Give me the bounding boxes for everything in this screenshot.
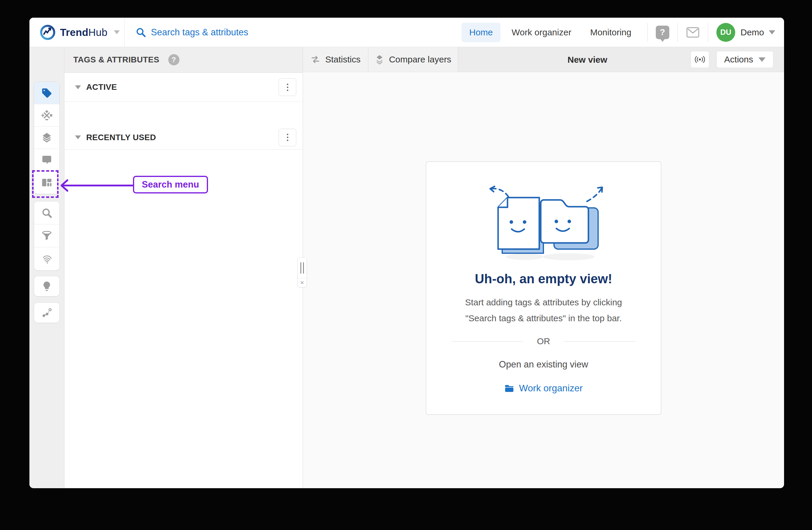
trendhub-logo-icon (40, 24, 56, 41)
empty-state-heading: Uh-oh, an empty view! (426, 271, 661, 286)
rail-connections-button[interactable] (34, 303, 59, 323)
tags-attributes-panel: TAGS & ATTRIBUTES ? ACTIVE RECENTLY USED (64, 47, 303, 488)
rail-tags-button[interactable] (34, 82, 59, 104)
section-active[interactable]: ACTIVE (64, 73, 303, 102)
logo-text-light: Hub (88, 27, 107, 38)
user-menu-caret-icon[interactable] (769, 30, 775, 34)
search-icon (136, 27, 146, 38)
toolbar-actions: Actions (691, 47, 784, 72)
actions-label: Actions (724, 55, 753, 65)
swap-arrows-icon (310, 55, 320, 65)
lightbulb-icon (41, 281, 52, 292)
or-text: OR (537, 336, 550, 346)
open-existing-text: Open an existing view (426, 359, 661, 370)
global-search[interactable]: Search tags & attributes (125, 27, 458, 38)
panel-help-icon[interactable]: ? (168, 54, 179, 65)
rail-ideas-button[interactable] (34, 276, 59, 296)
comment-icon (41, 155, 52, 166)
network-icon (41, 307, 52, 318)
rail-comments-button[interactable] (34, 149, 59, 171)
tag-icon (41, 87, 52, 99)
drag-grip-icon[interactable] (298, 257, 307, 278)
app-window: TrendHub Search tags & attributes Home W… (29, 18, 784, 488)
filter-icon (41, 230, 52, 241)
fingerprint-icon (41, 253, 52, 264)
section-menu-button[interactable] (279, 78, 296, 96)
divider (678, 23, 678, 42)
section-recently-used[interactable]: RECENTLY USED (64, 125, 303, 150)
panel-resize-handle[interactable]: ✕ (298, 257, 307, 288)
nav-home[interactable]: Home (462, 23, 501, 42)
compare-layers-icon (375, 54, 384, 65)
actions-caret-icon (758, 57, 766, 62)
tab-statistics[interactable]: Statistics (303, 47, 368, 72)
collapse-caret-icon[interactable] (75, 136, 81, 139)
nav-monitoring[interactable]: Monitoring (582, 23, 639, 42)
rail-layers-button[interactable] (34, 127, 59, 149)
empty-state-card: Uh-oh, an empty view! Start adding tags … (426, 161, 661, 415)
actions-button[interactable]: Actions (716, 51, 773, 68)
panel-close-button[interactable]: ✕ (298, 278, 307, 287)
rail-filter-button[interactable] (34, 224, 59, 247)
icon-rail (29, 47, 64, 488)
formulas-icon (41, 110, 52, 121)
annotation-label: Search menu (133, 176, 208, 193)
divider (708, 23, 708, 42)
annotation-text: Search menu (142, 179, 199, 190)
folder-icon (504, 384, 514, 392)
help-icon[interactable]: ? (656, 26, 669, 39)
nav-work-organizer[interactable]: Work organizer (504, 23, 579, 42)
rail-group-ideas (34, 276, 60, 296)
view-title: New view (567, 47, 607, 72)
layers-icon (41, 132, 52, 143)
rail-group-middle (34, 201, 60, 270)
broadcast-button[interactable] (691, 51, 709, 68)
collapse-caret-icon[interactable] (75, 85, 81, 89)
rail-group-connections (34, 303, 60, 323)
search-placeholder: Search tags & attributes (151, 27, 248, 38)
or-divider: OR (451, 336, 636, 346)
work-organizer-label: Work organizer (519, 383, 582, 394)
logo-text: TrendHub (60, 27, 107, 38)
logo-dropdown-caret-icon[interactable] (114, 30, 120, 34)
mail-icon[interactable] (686, 27, 700, 38)
panel-header: TAGS & ATTRIBUTES ? (64, 47, 303, 73)
divider (647, 23, 648, 42)
rail-formulas-button[interactable] (34, 104, 59, 127)
annotation-arrow (59, 178, 135, 193)
rail-search-button[interactable] (34, 201, 59, 224)
section-label: ACTIVE (86, 82, 117, 92)
user-name[interactable]: Demo (740, 27, 764, 38)
logo-text-bold: Trend (60, 27, 88, 38)
annotation-highlight-box (32, 170, 59, 198)
panel-title: TAGS & ATTRIBUTES (73, 55, 159, 65)
empty-state-illustration (480, 184, 607, 261)
tab-label: Compare layers (389, 55, 451, 65)
section-menu-button[interactable] (279, 129, 296, 147)
logo-area[interactable]: TrendHub (29, 18, 125, 47)
view-toolbar: Statistics Compare layers New view (303, 47, 784, 72)
work-organizer-link[interactable]: Work organizer (426, 383, 661, 394)
broadcast-icon (694, 55, 706, 64)
empty-state-body: Start adding tags & attributes by clicki… (451, 294, 636, 326)
avatar[interactable]: DU (716, 23, 735, 42)
search-menu-icon (41, 207, 52, 219)
rail-fingerprint-button[interactable] (34, 247, 59, 270)
tab-compare-layers[interactable]: Compare layers (368, 47, 458, 72)
main-view: Statistics Compare layers New view (303, 47, 784, 488)
top-navigation: Home Work organizer Monitoring ? DU Demo (458, 23, 775, 42)
section-label: RECENTLY USED (86, 133, 156, 142)
tab-label: Statistics (325, 55, 360, 65)
top-bar: TrendHub Search tags & attributes Home W… (29, 18, 784, 47)
